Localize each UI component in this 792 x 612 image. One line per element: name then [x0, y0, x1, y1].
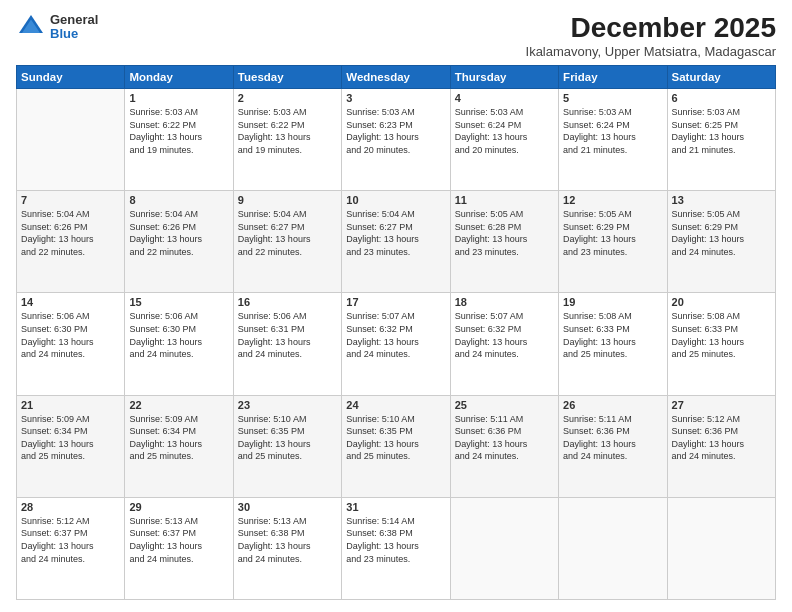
day-info: Sunrise: 5:13 AM Sunset: 6:37 PM Dayligh…: [129, 515, 228, 565]
calendar-cell: 17Sunrise: 5:07 AM Sunset: 6:32 PM Dayli…: [342, 293, 450, 395]
calendar-cell: 8Sunrise: 5:04 AM Sunset: 6:26 PM Daylig…: [125, 191, 233, 293]
calendar-cell: 28Sunrise: 5:12 AM Sunset: 6:37 PM Dayli…: [17, 497, 125, 599]
day-number: 27: [672, 399, 771, 411]
calendar-week-row: 7Sunrise: 5:04 AM Sunset: 6:26 PM Daylig…: [17, 191, 776, 293]
day-info: Sunrise: 5:03 AM Sunset: 6:22 PM Dayligh…: [129, 106, 228, 156]
title-location: Ikalamavony, Upper Matsiatra, Madagascar: [526, 44, 776, 59]
day-info: Sunrise: 5:07 AM Sunset: 6:32 PM Dayligh…: [346, 310, 445, 360]
calendar-cell: 29Sunrise: 5:13 AM Sunset: 6:37 PM Dayli…: [125, 497, 233, 599]
day-number: 4: [455, 92, 554, 104]
header: General Blue December 2025 Ikalamavony, …: [16, 12, 776, 59]
calendar-cell: 6Sunrise: 5:03 AM Sunset: 6:25 PM Daylig…: [667, 89, 775, 191]
day-number: 8: [129, 194, 228, 206]
calendar-cell: 11Sunrise: 5:05 AM Sunset: 6:28 PM Dayli…: [450, 191, 558, 293]
day-info: Sunrise: 5:11 AM Sunset: 6:36 PM Dayligh…: [455, 413, 554, 463]
calendar-cell: 10Sunrise: 5:04 AM Sunset: 6:27 PM Dayli…: [342, 191, 450, 293]
day-number: 22: [129, 399, 228, 411]
calendar-cell: 19Sunrise: 5:08 AM Sunset: 6:33 PM Dayli…: [559, 293, 667, 395]
calendar-week-row: 21Sunrise: 5:09 AM Sunset: 6:34 PM Dayli…: [17, 395, 776, 497]
calendar-cell: 4Sunrise: 5:03 AM Sunset: 6:24 PM Daylig…: [450, 89, 558, 191]
calendar-cell: 30Sunrise: 5:13 AM Sunset: 6:38 PM Dayli…: [233, 497, 341, 599]
day-number: 1: [129, 92, 228, 104]
calendar-cell: [667, 497, 775, 599]
calendar-cell: 2Sunrise: 5:03 AM Sunset: 6:22 PM Daylig…: [233, 89, 341, 191]
day-number: 23: [238, 399, 337, 411]
calendar-cell: 12Sunrise: 5:05 AM Sunset: 6:29 PM Dayli…: [559, 191, 667, 293]
day-number: 13: [672, 194, 771, 206]
calendar-week-row: 14Sunrise: 5:06 AM Sunset: 6:30 PM Dayli…: [17, 293, 776, 395]
day-info: Sunrise: 5:05 AM Sunset: 6:29 PM Dayligh…: [563, 208, 662, 258]
day-number: 3: [346, 92, 445, 104]
day-number: 25: [455, 399, 554, 411]
calendar-week-row: 1Sunrise: 5:03 AM Sunset: 6:22 PM Daylig…: [17, 89, 776, 191]
day-info: Sunrise: 5:04 AM Sunset: 6:27 PM Dayligh…: [238, 208, 337, 258]
day-number: 6: [672, 92, 771, 104]
day-info: Sunrise: 5:04 AM Sunset: 6:26 PM Dayligh…: [21, 208, 120, 258]
title-month: December 2025: [526, 12, 776, 44]
day-number: 20: [672, 296, 771, 308]
day-info: Sunrise: 5:03 AM Sunset: 6:25 PM Dayligh…: [672, 106, 771, 156]
day-info: Sunrise: 5:14 AM Sunset: 6:38 PM Dayligh…: [346, 515, 445, 565]
day-info: Sunrise: 5:03 AM Sunset: 6:24 PM Dayligh…: [455, 106, 554, 156]
calendar-cell: 5Sunrise: 5:03 AM Sunset: 6:24 PM Daylig…: [559, 89, 667, 191]
header-monday: Monday: [125, 66, 233, 89]
day-number: 15: [129, 296, 228, 308]
day-info: Sunrise: 5:04 AM Sunset: 6:26 PM Dayligh…: [129, 208, 228, 258]
day-number: 9: [238, 194, 337, 206]
day-number: 2: [238, 92, 337, 104]
day-number: 26: [563, 399, 662, 411]
calendar-cell: 27Sunrise: 5:12 AM Sunset: 6:36 PM Dayli…: [667, 395, 775, 497]
calendar-cell: 31Sunrise: 5:14 AM Sunset: 6:38 PM Dayli…: [342, 497, 450, 599]
day-number: 31: [346, 501, 445, 513]
weekday-header-row: Sunday Monday Tuesday Wednesday Thursday…: [17, 66, 776, 89]
day-info: Sunrise: 5:07 AM Sunset: 6:32 PM Dayligh…: [455, 310, 554, 360]
day-number: 12: [563, 194, 662, 206]
calendar-cell: [17, 89, 125, 191]
calendar-table: Sunday Monday Tuesday Wednesday Thursday…: [16, 65, 776, 600]
day-info: Sunrise: 5:03 AM Sunset: 6:22 PM Dayligh…: [238, 106, 337, 156]
day-number: 19: [563, 296, 662, 308]
calendar-cell: 20Sunrise: 5:08 AM Sunset: 6:33 PM Dayli…: [667, 293, 775, 395]
header-wednesday: Wednesday: [342, 66, 450, 89]
calendar-cell: 21Sunrise: 5:09 AM Sunset: 6:34 PM Dayli…: [17, 395, 125, 497]
day-number: 5: [563, 92, 662, 104]
day-info: Sunrise: 5:04 AM Sunset: 6:27 PM Dayligh…: [346, 208, 445, 258]
day-info: Sunrise: 5:03 AM Sunset: 6:23 PM Dayligh…: [346, 106, 445, 156]
day-info: Sunrise: 5:10 AM Sunset: 6:35 PM Dayligh…: [346, 413, 445, 463]
day-number: 7: [21, 194, 120, 206]
page: General Blue December 2025 Ikalamavony, …: [0, 0, 792, 612]
day-number: 24: [346, 399, 445, 411]
day-number: 14: [21, 296, 120, 308]
calendar-cell: 7Sunrise: 5:04 AM Sunset: 6:26 PM Daylig…: [17, 191, 125, 293]
day-number: 29: [129, 501, 228, 513]
calendar-cell: 15Sunrise: 5:06 AM Sunset: 6:30 PM Dayli…: [125, 293, 233, 395]
calendar-cell: 26Sunrise: 5:11 AM Sunset: 6:36 PM Dayli…: [559, 395, 667, 497]
day-number: 21: [21, 399, 120, 411]
day-number: 28: [21, 501, 120, 513]
header-friday: Friday: [559, 66, 667, 89]
day-number: 18: [455, 296, 554, 308]
day-info: Sunrise: 5:06 AM Sunset: 6:31 PM Dayligh…: [238, 310, 337, 360]
day-info: Sunrise: 5:11 AM Sunset: 6:36 PM Dayligh…: [563, 413, 662, 463]
day-info: Sunrise: 5:03 AM Sunset: 6:24 PM Dayligh…: [563, 106, 662, 156]
calendar-cell: 24Sunrise: 5:10 AM Sunset: 6:35 PM Dayli…: [342, 395, 450, 497]
logo-text: General Blue: [50, 13, 98, 42]
day-number: 11: [455, 194, 554, 206]
header-thursday: Thursday: [450, 66, 558, 89]
calendar-cell: 18Sunrise: 5:07 AM Sunset: 6:32 PM Dayli…: [450, 293, 558, 395]
day-info: Sunrise: 5:10 AM Sunset: 6:35 PM Dayligh…: [238, 413, 337, 463]
calendar-cell: 14Sunrise: 5:06 AM Sunset: 6:30 PM Dayli…: [17, 293, 125, 395]
day-info: Sunrise: 5:09 AM Sunset: 6:34 PM Dayligh…: [129, 413, 228, 463]
day-info: Sunrise: 5:06 AM Sunset: 6:30 PM Dayligh…: [129, 310, 228, 360]
day-number: 17: [346, 296, 445, 308]
day-info: Sunrise: 5:08 AM Sunset: 6:33 PM Dayligh…: [563, 310, 662, 360]
calendar-cell: 3Sunrise: 5:03 AM Sunset: 6:23 PM Daylig…: [342, 89, 450, 191]
calendar-cell: [450, 497, 558, 599]
logo-blue-text: Blue: [50, 27, 98, 41]
header-sunday: Sunday: [17, 66, 125, 89]
day-info: Sunrise: 5:08 AM Sunset: 6:33 PM Dayligh…: [672, 310, 771, 360]
day-info: Sunrise: 5:05 AM Sunset: 6:28 PM Dayligh…: [455, 208, 554, 258]
calendar-cell: 22Sunrise: 5:09 AM Sunset: 6:34 PM Dayli…: [125, 395, 233, 497]
calendar-cell: 16Sunrise: 5:06 AM Sunset: 6:31 PM Dayli…: [233, 293, 341, 395]
header-saturday: Saturday: [667, 66, 775, 89]
